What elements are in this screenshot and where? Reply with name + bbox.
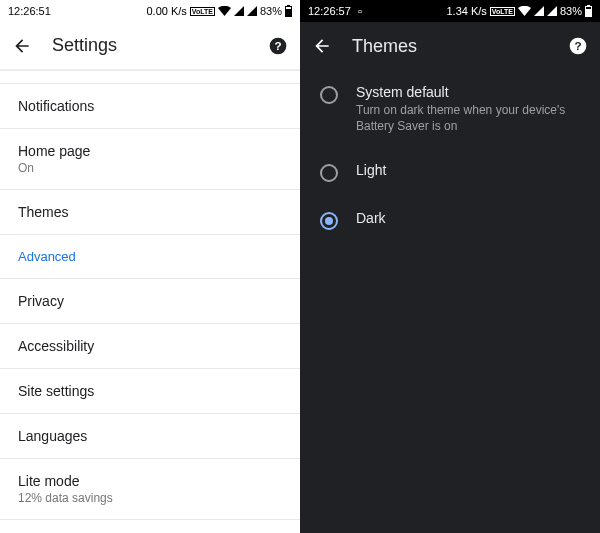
status-time: 12:26:57 ▫: [308, 5, 362, 17]
settings-item-downloads[interactable]: Downloads: [0, 520, 300, 533]
option-label: Dark: [356, 210, 386, 226]
item-label: Site settings: [18, 383, 282, 399]
theme-option-dark[interactable]: Dark: [300, 196, 600, 244]
back-button[interactable]: [312, 36, 332, 56]
radio-icon: [320, 212, 338, 230]
radio-icon: [320, 164, 338, 182]
back-button[interactable]: [12, 36, 32, 56]
settings-screen: 12:26:51 0.00 K/s VoLTE 83% Settings ? N…: [0, 0, 300, 533]
battery-icon: [285, 5, 292, 17]
app-bar: Settings ?: [0, 22, 300, 70]
item-label: Languages: [18, 428, 282, 444]
svg-rect-7: [586, 7, 591, 9]
settings-item-privacy[interactable]: Privacy: [0, 279, 300, 324]
appbar-title: Themes: [352, 36, 548, 57]
item-label: Privacy: [18, 293, 282, 309]
help-button[interactable]: ?: [568, 36, 588, 56]
help-icon: ?: [568, 36, 588, 56]
battery-percent: 83%: [560, 5, 582, 17]
signal-icon: [234, 6, 244, 16]
status-time: 12:26:51: [8, 5, 51, 17]
item-label: Notifications: [18, 98, 282, 114]
settings-item-lite-mode[interactable]: Lite mode 12% data savings: [0, 459, 300, 520]
net-speed: 0.00 K/s: [146, 5, 186, 17]
item-label: Home page: [18, 143, 282, 159]
svg-rect-1: [287, 5, 290, 6]
battery-percent: 83%: [260, 5, 282, 17]
back-arrow-icon: [12, 36, 32, 56]
list-spacer: [0, 70, 300, 84]
settings-item-notifications[interactable]: Notifications: [0, 84, 300, 129]
signal-icon: [534, 6, 544, 16]
net-speed: 1.34 K/s: [446, 5, 486, 17]
item-label: Accessibility: [18, 338, 282, 354]
help-icon: ?: [268, 36, 288, 56]
svg-text:?: ?: [274, 39, 281, 52]
themes-screen: 12:26:57 ▫ 1.34 K/s VoLTE 83% Themes ? S…: [300, 0, 600, 533]
section-label: Advanced: [18, 249, 282, 264]
item-sub: On: [18, 161, 282, 175]
svg-rect-2: [286, 7, 291, 9]
theme-option-light[interactable]: Light: [300, 148, 600, 196]
back-arrow-icon: [312, 36, 332, 56]
settings-item-site-settings[interactable]: Site settings: [0, 369, 300, 414]
svg-text:?: ?: [574, 39, 581, 52]
volte-icon: VoLTE: [190, 7, 215, 16]
appbar-title: Settings: [52, 35, 248, 56]
app-bar: Themes ?: [300, 22, 600, 70]
status-indicators: 1.34 K/s VoLTE 83%: [446, 5, 592, 17]
radio-icon: [320, 86, 338, 104]
option-label: System default: [356, 84, 580, 100]
wifi-icon: [518, 6, 531, 16]
signal-icon-2: [547, 6, 557, 16]
settings-item-languages[interactable]: Languages: [0, 414, 300, 459]
svg-rect-6: [587, 5, 590, 6]
option-label: Light: [356, 162, 386, 178]
item-label: Themes: [18, 204, 282, 220]
status-indicators: 0.00 K/s VoLTE 83%: [146, 5, 292, 17]
volte-icon: VoLTE: [490, 7, 515, 16]
wifi-icon: [218, 6, 231, 16]
status-bar: 12:26:57 ▫ 1.34 K/s VoLTE 83%: [300, 0, 600, 22]
theme-options: System default Turn on dark theme when y…: [300, 70, 600, 533]
screenshot-icon: ▫: [358, 5, 362, 17]
status-bar: 12:26:51 0.00 K/s VoLTE 83%: [0, 0, 300, 22]
settings-item-accessibility[interactable]: Accessibility: [0, 324, 300, 369]
settings-section-advanced: Advanced: [0, 235, 300, 279]
theme-option-system-default[interactable]: System default Turn on dark theme when y…: [300, 70, 600, 148]
option-sub: Turn on dark theme when your device's Ba…: [356, 102, 580, 134]
settings-list: Notifications Home page On Themes Advanc…: [0, 70, 300, 533]
settings-item-themes[interactable]: Themes: [0, 190, 300, 235]
signal-icon-2: [247, 6, 257, 16]
battery-icon: [585, 5, 592, 17]
item-sub: 12% data savings: [18, 491, 282, 505]
help-button[interactable]: ?: [268, 36, 288, 56]
settings-item-home-page[interactable]: Home page On: [0, 129, 300, 190]
item-label: Lite mode: [18, 473, 282, 489]
